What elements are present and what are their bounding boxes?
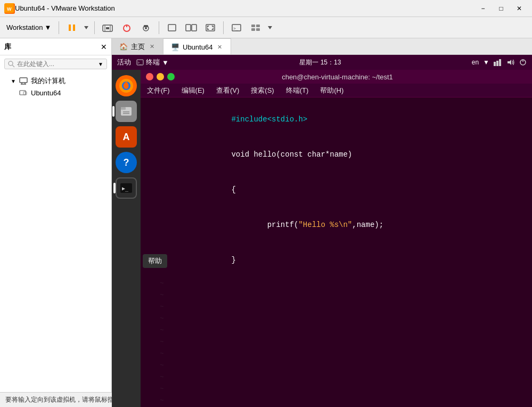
dock-firefox[interactable] [116, 75, 137, 96]
vm-menu-search[interactable]: 搜索(S) [249, 85, 276, 96]
normal-view[interactable] [163, 20, 181, 36]
toolbar-sep-4 [223, 21, 224, 34]
lang-dropdown[interactable]: ▼ [483, 59, 489, 66]
expand-icon: ▼ [11, 78, 16, 84]
toolbar-sep-2 [94, 21, 95, 34]
pause-button[interactable] [63, 20, 80, 36]
tab-ubuntu64[interactable]: 🖥️ Ubuntu64 ✕ [163, 38, 231, 54]
workstation-label: Workstation [6, 23, 43, 31]
main-layout: 库 ✕ ▼ ▼ 我的计算机 Ubuntu64 🏠 主页 [0, 38, 532, 392]
svg-marker-4 [84, 26, 88, 29]
quick-switch[interactable] [183, 20, 200, 36]
tilde-line: ~ [160, 301, 523, 313]
vm-menu-terminal[interactable]: 终端(T) [284, 85, 311, 96]
svg-rect-27 [256, 28, 260, 31]
terminal-code-editor[interactable]: #include<stdio.h> void hello(const char*… [151, 97, 532, 407]
svg-rect-16 [192, 25, 197, 31]
svg-rect-31 [20, 78, 27, 83]
home-tab-close[interactable]: ✕ [148, 43, 155, 51]
svg-point-13 [145, 27, 147, 29]
send-ctrl-alt-del[interactable] [99, 20, 116, 36]
sidebar-search-input[interactable] [17, 60, 86, 68]
svg-rect-48 [121, 107, 126, 110]
terminal-label[interactable]: >_ 终端 ▼ [136, 58, 169, 67]
content-area: 🏠 主页 ✕ 🖥️ Ubuntu64 ✕ 活动 >_ 终端 ▼ [112, 38, 532, 392]
console-view[interactable]: >_ [228, 20, 245, 36]
svg-rect-24 [251, 25, 255, 27]
vm-menubar: 文件(F) 编辑(E) 查看(V) 搜索(S) 终端(T) 帮助(H) [141, 84, 532, 97]
snapshot-button[interactable] [137, 20, 154, 36]
ubuntu64-label: Ubuntu64 [31, 89, 61, 97]
vm-menu-view[interactable]: 查看(V) [214, 85, 241, 96]
vm-dot-close[interactable] [146, 73, 153, 80]
vm-menu-file[interactable]: 文件(F) [145, 85, 172, 96]
tilde-line: ~ [160, 395, 523, 406]
toolbar-sep-3 [159, 21, 159, 34]
code-line-2: void hello(const char*name) [160, 137, 523, 172]
unity-view[interactable] [247, 20, 264, 36]
vm-window-chrome: chen@chen-virtual-machine: ~/test1 [141, 70, 532, 84]
ubuntu64-tab-close[interactable]: ✕ [216, 43, 223, 51]
tilde-line: ~ [160, 348, 523, 360]
dock-terminal[interactable]: ▶_ [116, 177, 137, 199]
terminal-area[interactable]: #include<stdio.h> void hello(const char*… [141, 97, 532, 407]
maximize-button[interactable]: □ [493, 2, 510, 15]
minimize-button[interactable]: − [474, 2, 492, 15]
toolbar-sep-1 [59, 21, 59, 34]
svg-marker-42 [508, 60, 511, 65]
toolbar: Workstation ▼ >_ [0, 17, 532, 38]
search-dropdown-arrow[interactable]: ▼ [98, 61, 103, 67]
svg-marker-28 [268, 26, 272, 29]
code-line-4: printf("Hello %s\n",name); [160, 207, 523, 242]
svg-rect-25 [256, 25, 260, 27]
vm-menu-edit[interactable]: 编辑(E) [179, 85, 207, 96]
power-icon [519, 59, 527, 66]
dock-help[interactable]: ? [116, 152, 137, 173]
svg-marker-18 [207, 26, 209, 28]
sidebar-item-my-computer[interactable]: ▼ 我的计算机 [0, 75, 111, 87]
svg-point-29 [9, 61, 13, 66]
network-icon [494, 59, 502, 66]
app-icon: W [4, 3, 15, 14]
home-tab-label: 主页 [131, 42, 145, 52]
dock-tooltip: 帮助 [143, 254, 167, 268]
svg-rect-39 [494, 62, 496, 66]
close-button[interactable]: ✕ [511, 2, 528, 15]
svg-text:▶_: ▶_ [122, 185, 129, 192]
svg-rect-3 [73, 25, 75, 31]
title-bar: W Ubuntu64 - VMware Workstation − □ ✕ [0, 0, 532, 17]
vm-dot-maximize[interactable] [167, 73, 175, 80]
dock-app-center[interactable]: A [116, 126, 137, 148]
svg-line-30 [12, 65, 14, 67]
code-line-3: { [160, 172, 523, 207]
unity-dropdown[interactable] [266, 20, 274, 36]
workstation-menu[interactable]: Workstation ▼ [3, 21, 54, 34]
code-line-5: } [160, 242, 523, 278]
vm-dot-minimize[interactable] [157, 73, 164, 80]
sidebar-item-ubuntu64[interactable]: Ubuntu64 [0, 87, 111, 99]
tilde-line: ~ [160, 278, 523, 289]
power-button[interactable] [118, 20, 135, 36]
svg-rect-8 [106, 27, 109, 29]
sidebar-close-button[interactable]: ✕ [101, 43, 107, 51]
vm-window[interactable]: chen@chen-virtual-machine: ~/test1 文件(F)… [141, 70, 532, 407]
search-icon [8, 61, 15, 68]
window-title: Ubuntu64 - VMware Workstation [15, 4, 474, 12]
svg-rect-14 [168, 25, 176, 31]
ubuntu64-tab-icon: 🖥️ [171, 43, 179, 51]
ubuntu-dock: A ? ▶_ 帮助 [112, 70, 141, 407]
lang-indicator[interactable]: en [472, 59, 479, 66]
sidebar: 库 ✕ ▼ ▼ 我的计算机 Ubuntu64 [0, 38, 112, 392]
ubuntu-topbar: 活动 >_ 终端 ▼ 星期一 15：13 en ▼ [112, 55, 532, 70]
pause-dropdown[interactable] [83, 20, 90, 36]
full-screen[interactable] [202, 20, 219, 36]
activities-label[interactable]: 活动 [117, 58, 131, 67]
vm-menu-help[interactable]: 帮助(H) [318, 85, 346, 96]
line-gutter [141, 97, 151, 407]
computer-icon [19, 77, 28, 85]
svg-rect-2 [69, 25, 71, 31]
clock: 星期一 15：13 [299, 59, 341, 66]
tab-home[interactable]: 🏠 主页 ✕ [112, 38, 163, 54]
dock-files[interactable] [116, 101, 137, 122]
vm-display[interactable]: 活动 >_ 终端 ▼ 星期一 15：13 en ▼ [112, 55, 532, 407]
